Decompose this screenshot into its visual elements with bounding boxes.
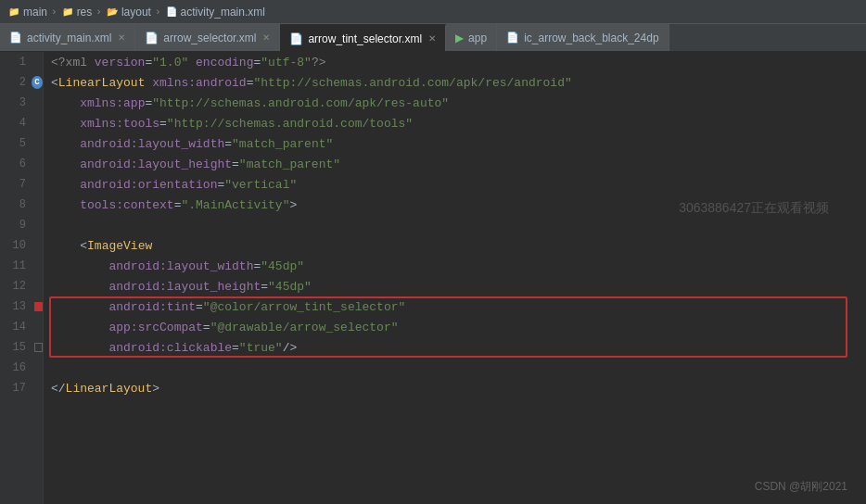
tab-arrow-tint-selector[interactable]: 📄 arrow_tint_selector.xml ✕ bbox=[280, 24, 446, 51]
tab-ic-arrow[interactable]: 📄 ic_arrow_back_black_24dp bbox=[497, 24, 669, 51]
breadcrumb-main-label: main bbox=[23, 6, 47, 19]
editor: 1 2 C 3 4 5 6 7 8 9 bbox=[0, 52, 866, 504]
tab-activity-main[interactable]: 📄 activity_main.xml ✕ bbox=[0, 24, 135, 51]
xml-file-icon: 📄 bbox=[165, 6, 178, 19]
gutter-row-11: 11 bbox=[0, 256, 43, 276]
tab-label-ic-arrow: ic_arrow_back_black_24dp bbox=[524, 32, 658, 44]
breadcrumb-bar: 📁 main › 📁 res › 📂 layout › 📄 activity_m… bbox=[0, 0, 866, 24]
gutter-row-1: 1 bbox=[0, 52, 43, 72]
tab-icon-activity: 📄 bbox=[9, 32, 22, 44]
tab-close-arrow-tint[interactable]: ✕ bbox=[428, 33, 436, 44]
gutter-row-7: 7 bbox=[0, 174, 43, 195]
breadcrumb-res-label: res bbox=[77, 6, 93, 19]
gutter-row-14: 14 bbox=[0, 317, 43, 337]
tab-icon-app: ▶ bbox=[455, 32, 464, 44]
code-line-1: <?xml version="1.0" encoding="utf-8"?> bbox=[51, 52, 866, 72]
folder-icon-res: 📁 bbox=[61, 6, 74, 19]
breadcrumb-file-label: activity_main.xml bbox=[181, 6, 265, 19]
breadcrumb-res[interactable]: 📁 res bbox=[61, 6, 93, 19]
code-line-16 bbox=[51, 358, 866, 378]
code-line-10: <ImageView bbox=[51, 235, 866, 256]
tab-icon-arrow-tint: 📄 bbox=[289, 32, 303, 45]
code-line-11: android:layout_width="45dp" bbox=[51, 256, 866, 276]
tab-close-activity[interactable]: ✕ bbox=[118, 32, 125, 43]
tab-app[interactable]: ▶ app bbox=[446, 24, 497, 51]
code-line-3: xmlns:app="http://schemas.android.com/ap… bbox=[51, 93, 866, 113]
breadcrumb-sep-2: › bbox=[96, 6, 102, 18]
breadcrumb-layout-label: layout bbox=[121, 6, 151, 19]
tab-arrow-selector[interactable]: 📄 arrow_selector.xml ✕ bbox=[135, 24, 280, 51]
breadcrumb-sep-3: › bbox=[155, 6, 161, 18]
gutter-row-16: 16 bbox=[0, 358, 43, 378]
gutter-row-6: 6 bbox=[0, 154, 43, 174]
gutter-row-10: 10 bbox=[0, 235, 43, 256]
code-line-7: android:orientation="vertical" bbox=[51, 174, 866, 195]
gutter-row-15: 15 bbox=[0, 337, 43, 358]
gutter-row-5: 5 bbox=[0, 133, 43, 154]
code-line-9 bbox=[51, 215, 866, 235]
attribution: CSDN @胡刚2021 bbox=[755, 479, 847, 495]
line-gutter: 1 2 C 3 4 5 6 7 8 9 bbox=[0, 52, 44, 504]
code-line-6: android:layout_height="match_parent" bbox=[51, 154, 866, 174]
marker-box-15 bbox=[34, 343, 43, 352]
breadcrumb-sep-1: › bbox=[51, 6, 57, 18]
code-line-8: tools:context=".MainActivity"> bbox=[51, 195, 866, 215]
tab-icon-ic-arrow: 📄 bbox=[506, 32, 519, 44]
code-line-14: app:srcCompat="@drawable/arrow_selector" bbox=[51, 317, 866, 337]
breadcrumb-main[interactable]: 📁 main bbox=[7, 6, 47, 19]
code-line-13: android:tint="@color/arrow_tint_selector… bbox=[51, 296, 866, 317]
tab-close-arrow-sel[interactable]: ✕ bbox=[262, 32, 270, 43]
tab-bar: 📄 activity_main.xml ✕ 📄 arrow_selector.x… bbox=[0, 24, 866, 52]
pi-tag: <?xml bbox=[51, 56, 95, 69]
tab-icon-arrow-sel: 📄 bbox=[145, 32, 159, 44]
tab-label-app: app bbox=[468, 32, 487, 44]
breadcrumb-file[interactable]: 📄 activity_main.xml bbox=[165, 6, 265, 19]
tab-label-arrow-selector: arrow_selector.xml bbox=[163, 32, 256, 44]
gutter-row-3: 3 bbox=[0, 93, 43, 113]
breakpoint-c: C bbox=[32, 76, 43, 89]
code-line-15: android:clickable="true"/> bbox=[51, 337, 866, 358]
breadcrumb-layout[interactable]: 📂 layout bbox=[106, 6, 151, 19]
gutter-row-9: 9 bbox=[0, 215, 43, 235]
gutter-row-2: 2 C bbox=[0, 72, 43, 93]
gutter-row-17: 17 bbox=[0, 378, 43, 398]
tab-label-arrow-tint: arrow_tint_selector.xml bbox=[308, 32, 422, 45]
layout-icon: 📂 bbox=[106, 6, 119, 19]
code-line-2: <LinearLayout xmlns:android="http://sche… bbox=[51, 72, 866, 93]
breakpoint-red bbox=[34, 302, 43, 311]
gutter-row-4: 4 bbox=[0, 113, 43, 133]
gutter-row-13: 13 bbox=[0, 296, 43, 317]
gutter-row-12: 12 bbox=[0, 276, 43, 296]
code-line-5: android:layout_width="match_parent" bbox=[51, 133, 866, 154]
gutter-row-8: 8 bbox=[0, 195, 43, 215]
tab-label-activity: activity_main.xml bbox=[27, 32, 111, 44]
marker-2: C bbox=[33, 76, 43, 89]
folder-icon: 📁 bbox=[7, 6, 20, 19]
code-line-17: </LinearLayout> bbox=[51, 378, 866, 398]
line-num-2: 2 bbox=[0, 76, 33, 89]
line-num-1: 1 bbox=[0, 56, 33, 69]
code-area[interactable]: 3063886427正在观看视频 <?xml version="1.0" enc… bbox=[44, 52, 866, 504]
code-line-12: android:layout_height="45dp" bbox=[51, 276, 866, 296]
code-line-4: xmlns:tools="http://schemas.android.com/… bbox=[51, 113, 866, 133]
